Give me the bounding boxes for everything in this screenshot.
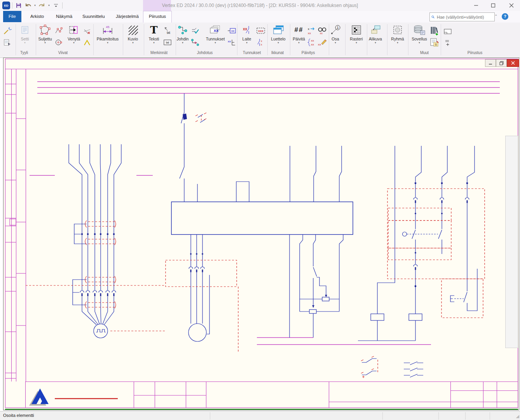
ribbon-xmove-button[interactable]: xxx	[307, 26, 316, 36]
chevron-down-icon: ▾	[44, 41, 46, 44]
ribbon-alikuva-button[interactable]: Alikuva▾	[363, 23, 387, 48]
menubar: FileArkistoNäkymäSuunnitteluJärjestelmäP…	[0, 11, 520, 23]
ribbon-label: Sovellus	[412, 37, 427, 41]
divider	[382, 412, 383, 420]
redo-button[interactable]	[38, 1, 46, 10]
search-input[interactable]	[436, 14, 493, 20]
ribbon-scaleicon-button[interactable]	[443, 38, 452, 48]
save-button[interactable]	[14, 1, 23, 10]
window-title: Vertex ED 2024 / 30.0.00 (dev) (r192400-…	[0, 0, 520, 11]
ribbon-kuvio-button[interactable]: Kuvio▾	[121, 23, 145, 48]
ribbon-tunnukset-button[interactable]: XXTunnukset▾	[202, 23, 229, 48]
svg-text:xx: xx	[311, 39, 314, 42]
redo-dropdown[interactable]: ▾	[47, 1, 51, 10]
fillet-icon	[83, 38, 91, 46]
chevron-down-icon: ▾	[246, 41, 248, 44]
ribbon-label: Luettelo	[271, 37, 285, 41]
chevron-down-icon: ▾	[397, 41, 398, 44]
help-button[interactable]: ?	[502, 13, 508, 20]
drawing-minimize-button[interactable]	[485, 59, 496, 67]
ribbon-laite-button[interactable]: xxLaite▾	[235, 23, 259, 48]
controller-2A1-box	[171, 202, 353, 234]
ribbon-wiredot-button[interactable]	[190, 37, 200, 47]
chevron-down-icon: ▾	[215, 41, 216, 44]
circuit-terminals	[81, 114, 468, 308]
svg-text:S: S	[435, 43, 437, 46]
tab-suunnittelu[interactable]: Suunnittelu	[77, 11, 110, 22]
sovellus-icon	[413, 23, 426, 37]
undo-button[interactable]	[24, 1, 32, 10]
drawing-restore-button[interactable]	[496, 59, 507, 67]
box-RK1-left	[166, 260, 237, 287]
sheetsel-icon	[443, 28, 452, 35]
svg-text:xx: xx	[311, 43, 314, 46]
close-button[interactable]	[504, 0, 519, 11]
ribbon-bracexx-button[interactable]: xxxx	[307, 37, 316, 47]
ribbon-label: Ryhmä	[391, 37, 404, 41]
ribbon-propsheet-button[interactable]	[2, 37, 12, 47]
ribbon-trim-button[interactable]	[82, 26, 92, 36]
titlebar: ED ▾ ▾ Vertex ED 2024 / 30.0.00 (dev) (r…	[0, 0, 520, 11]
maximize-button[interactable]	[485, 0, 501, 11]
bracexx-icon: xxxx	[307, 38, 316, 47]
search-box[interactable]	[429, 12, 495, 21]
potentiometer-2R1	[322, 297, 329, 301]
tab-piirustus[interactable]: Piirustus	[143, 11, 172, 23]
venyta-icon	[68, 23, 80, 37]
drawing-close-button[interactable]	[507, 59, 519, 67]
drawing-canvas[interactable]	[3, 58, 519, 410]
ribbon-label: Rasteri	[350, 37, 363, 41]
chevron-down-icon: ▾	[419, 41, 420, 44]
app-icon[interactable]: ED	[2, 2, 10, 9]
ribbon-wirecheck-button[interactable]	[190, 26, 200, 36]
svg-text:xx: xx	[228, 40, 231, 43]
tab-näkymä[interactable]: Näkymä	[51, 11, 78, 22]
chevron-down-icon: ▾	[277, 41, 279, 44]
divider	[438, 412, 439, 420]
tab-arkisto[interactable]: Arkisto	[25, 11, 49, 22]
ribbon-label: Laite	[243, 37, 251, 41]
minimize-icon	[489, 61, 492, 65]
resize-grip[interactable]: ◢	[516, 414, 519, 419]
ribbon-fillet-button[interactable]	[82, 37, 92, 47]
minimize-button[interactable]	[468, 0, 484, 11]
ribbon-label: Tunnukset	[206, 37, 225, 41]
ribbon-scriptedit-button[interactable]: S	[429, 37, 439, 47]
divider	[12, 2, 12, 9]
ribbon-wand-button[interactable]	[2, 26, 12, 36]
vertex-logo	[29, 388, 118, 406]
svg-text:x: x	[308, 27, 309, 31]
ribbon-collapse-button[interactable]: ⌃	[494, 14, 497, 18]
side-toolbar	[505, 136, 518, 348]
appadd-icon	[429, 26, 439, 36]
propsheet-icon	[3, 38, 12, 47]
ribbon-label: Alikuva	[369, 37, 382, 41]
tab-järjestelmä[interactable]: Järjestelmä	[110, 11, 144, 22]
svg-text:x: x	[261, 40, 262, 42]
teksti-icon: T	[150, 23, 157, 37]
active-tab-glow	[143, 0, 171, 11]
ribbon-group-johdotus: Johdotus	[197, 51, 213, 55]
ribbon-group-ikkunat: Ikkunat	[271, 51, 284, 55]
ribbon-contactx-button[interactable]: xx	[256, 37, 265, 47]
chevron-down-icon: ▾	[375, 41, 376, 44]
undo-dropdown[interactable]: ▾	[33, 1, 37, 10]
restore-icon	[499, 61, 504, 65]
ribbon-ryhm--button[interactable]: Ryhmä▾	[386, 23, 410, 48]
ribbon-sheetsel-button[interactable]	[443, 26, 452, 37]
xmove-icon: xxx	[307, 26, 316, 35]
chevron-up-icon: ⌃	[494, 14, 497, 18]
ribbon-osa-button[interactable]: 1Osa▾	[323, 23, 347, 48]
ribbon-label: Kuvio	[128, 37, 138, 41]
laite-icon: xx	[242, 23, 252, 37]
ribbon-sovellus-button[interactable]: Sovellus▾	[407, 23, 431, 48]
customize-quick-access-button[interactable]	[52, 1, 60, 10]
ribbon-pikamitoitus-button[interactable]: 45Pikamitoitus▾	[93, 23, 122, 48]
ribbon-appadd-button[interactable]	[429, 26, 439, 36]
windowsxx-icon: XX	[209, 23, 221, 37]
search-icon	[431, 14, 434, 19]
ribbon-devbox-button[interactable]: xxx	[256, 26, 265, 36]
setti-icon	[20, 23, 30, 37]
tab-file[interactable]: File	[3, 11, 21, 22]
minimize-icon	[474, 3, 478, 8]
